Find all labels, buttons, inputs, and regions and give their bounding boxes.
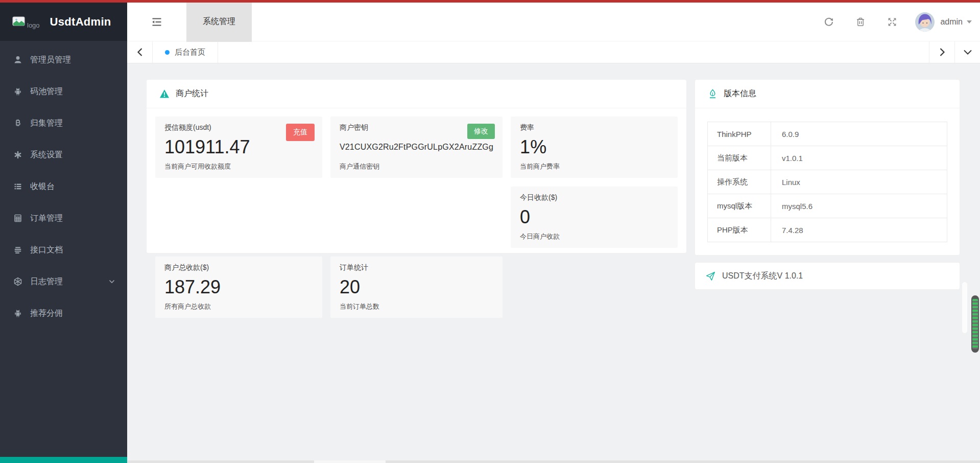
- sidebar-menu: 管理员管理 码池管理 归集管理: [0, 41, 127, 329]
- active-tab-dot-icon: [165, 50, 170, 55]
- tabs-spacer: [218, 41, 929, 63]
- stat-card-today-income: 今日收款($) 0 今日商户收款: [511, 187, 678, 248]
- stat-label: 今日收款($): [520, 193, 668, 202]
- version-row-value: Linux: [771, 170, 947, 194]
- version-row-value: mysql5.6: [771, 194, 947, 218]
- topbar: 系统管理: [127, 3, 980, 41]
- refresh-button[interactable]: [813, 11, 845, 33]
- stat-card-fee-rate: 费率 1% 当前商户费率: [511, 117, 678, 178]
- sidebar-item-label: 接口文档: [30, 245, 63, 256]
- top-progress-line: [0, 0, 980, 3]
- page-tabs-bar: 后台首页: [127, 41, 980, 63]
- green-meter-widget: [971, 295, 979, 353]
- stat-desc: 当前商户费率: [520, 162, 668, 171]
- fullscreen-button[interactable]: [876, 11, 908, 33]
- clear-cache-button[interactable]: [845, 11, 876, 33]
- sidebar-item-admins[interactable]: 管理员管理: [0, 44, 127, 76]
- table-row: PHP版本 7.4.28: [708, 218, 947, 242]
- broken-logo-image: logo: [12, 16, 40, 27]
- tab-home-label: 后台首页: [175, 48, 205, 57]
- avatar-image: [915, 12, 935, 32]
- paper-plane-icon: [706, 271, 715, 281]
- table-row: 当前版本 v1.0.1: [708, 146, 947, 170]
- menu-fold-icon: [151, 16, 163, 28]
- sidebar-item-system-settings[interactable]: 系统设置: [0, 139, 127, 171]
- avatar[interactable]: [915, 12, 935, 32]
- main-content: 商户统计 授信额度(usdt) 充值 101911.47 当前商户可用收款额度 …: [127, 63, 980, 463]
- trash-icon: [855, 17, 866, 27]
- brand-area: logo UsdtAdmin: [0, 3, 127, 41]
- stat-label: 费率: [520, 123, 668, 132]
- version-table: ThinkPHP 6.0.9 当前版本 v1.0.1 操作系统 Linux: [707, 122, 947, 242]
- scrollbar-thumb[interactable]: [962, 282, 967, 333]
- version-row-value: v1.0.1: [771, 146, 947, 170]
- version-table-wrap: ThinkPHP 6.0.9 当前版本 v1.0.1 操作系统 Linux: [695, 108, 960, 242]
- version-row-value: 6.0.9: [771, 122, 947, 146]
- stat-card-secret-key: 商户密钥 修改 V21CUXG2Ru2FtPGGrULpGX2AruZZGg 商…: [330, 117, 503, 178]
- doc-lines-icon: [13, 245, 22, 254]
- sidebar-item-label: 收银台: [30, 181, 55, 192]
- stat-value: 1%: [520, 136, 668, 157]
- leaf-icon: [708, 89, 718, 99]
- calculator-icon: [13, 214, 22, 223]
- version-row-value: 7.4.28: [771, 218, 947, 242]
- version-row-label: 操作系统: [708, 170, 771, 194]
- stat-desc: 所有商户总收款: [164, 302, 313, 311]
- chevron-down-icon: [963, 49, 972, 55]
- sidebar-item-logs[interactable]: 日志管理: [0, 266, 127, 297]
- tab-home[interactable]: 后台首页: [153, 41, 218, 63]
- version-row-label: ThinkPHP: [708, 122, 771, 146]
- merchant-stats-grid: 授信额度(usdt) 充值 101911.47 当前商户可用收款额度 商户密钥 …: [147, 108, 686, 318]
- tabs-menu-button[interactable]: [954, 41, 980, 63]
- sidebar-item-code-pool[interactable]: 码池管理: [0, 76, 127, 107]
- sidebar-item-collection[interactable]: 归集管理: [0, 107, 127, 139]
- refresh-icon: [824, 17, 834, 27]
- android-icon: [13, 87, 22, 96]
- system-name-text: USDT支付系统V 1.0.1: [722, 271, 803, 282]
- menu-fold-button[interactable]: [127, 3, 186, 41]
- sidebar-item-label: 归集管理: [30, 118, 63, 129]
- version-row-label: 当前版本: [708, 146, 771, 170]
- right-column: 版本信息 ThinkPHP 6.0.9 当前版本 v1.0.1: [695, 79, 960, 290]
- sidebar-item-cashier[interactable]: 收银台: [0, 171, 127, 202]
- stat-card-order-stats: 订单统计 20 当前订单总数: [330, 257, 503, 318]
- sidebar-item-label: 订单管理: [30, 213, 63, 224]
- stat-card-credit: 授信额度(usdt) 充值 101911.47 当前商户可用收款额度: [155, 117, 322, 178]
- warning-triangle-icon: [159, 89, 170, 99]
- sidebar-item-orders[interactable]: 订单管理: [0, 202, 127, 234]
- hexagon-icon: [13, 277, 22, 286]
- username[interactable]: admin: [940, 17, 963, 27]
- modify-key-button[interactable]: 修改: [467, 124, 495, 139]
- table-row: ThinkPHP 6.0.9: [708, 122, 947, 146]
- tabs-scroll-right-button[interactable]: [929, 41, 954, 63]
- sidebar-item-api-docs[interactable]: 接口文档: [0, 234, 127, 266]
- sidebar-item-label: 系统设置: [30, 150, 63, 160]
- sidebar-item-label: 码池管理: [30, 86, 63, 97]
- bitcoin-icon: [13, 119, 22, 128]
- tabs-scroll-left-button[interactable]: [127, 41, 153, 63]
- sidebar-item-label: 日志管理: [30, 276, 63, 287]
- stat-desc: 商户通信密钥: [340, 162, 493, 171]
- user-dropdown-caret-icon[interactable]: [967, 20, 972, 24]
- bottom-edge-strip: [127, 460, 980, 463]
- sidebar-item-referral[interactable]: 推荐分佣: [0, 297, 127, 329]
- list-icon: [13, 182, 22, 191]
- asterisk-icon: [13, 150, 22, 159]
- table-row: mysql版本 mysql5.6: [708, 194, 947, 218]
- app-title: UsdtAdmin: [50, 15, 111, 29]
- tab-label: 系统管理: [203, 16, 235, 27]
- recharge-button[interactable]: 充值: [286, 124, 315, 141]
- stat-value: 187.29: [164, 276, 313, 297]
- green-meter-stripes: [972, 299, 978, 349]
- version-row-label: mysql版本: [708, 194, 771, 218]
- tab-system-management[interactable]: 系统管理: [186, 2, 252, 42]
- sidebar-item-label: 推荐分佣: [30, 308, 63, 319]
- stat-label: 订单统计: [340, 263, 493, 272]
- broken-image-icon: [12, 16, 26, 27]
- fullscreen-icon: [887, 17, 897, 27]
- stat-label: 商户总收款($): [164, 263, 313, 272]
- chevron-left-icon: [137, 48, 143, 57]
- chevron-right-icon: [939, 48, 945, 57]
- bottom-edge-strip-light: [314, 460, 386, 463]
- merchant-panel-header: 商户统计: [147, 80, 686, 108]
